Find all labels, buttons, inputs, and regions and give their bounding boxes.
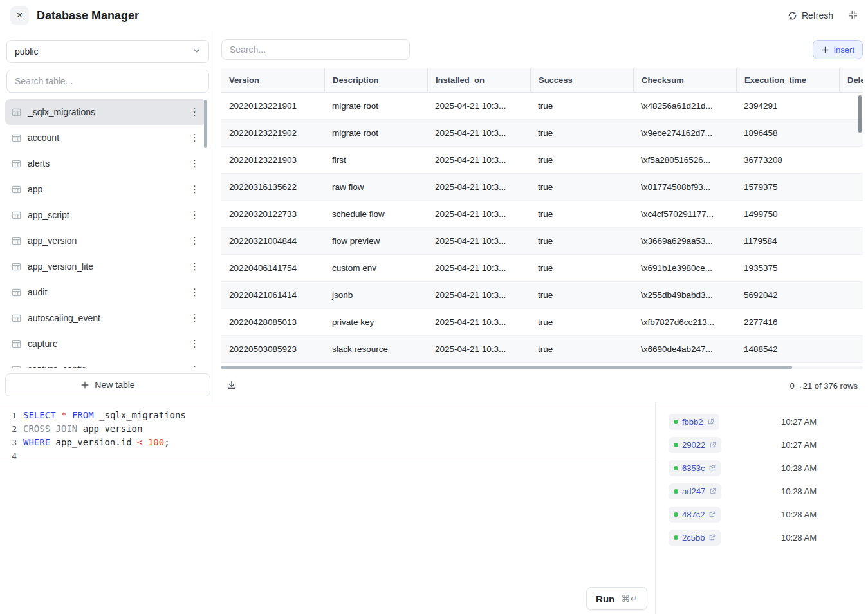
sidebar-item-autoscaling_event[interactable]: autoscaling_event⋮ <box>5 305 207 331</box>
status-dot-icon <box>674 489 678 494</box>
code-line <box>23 449 655 463</box>
column-header[interactable]: Dele <box>839 68 863 92</box>
kebab-menu-icon[interactable]: ⋮ <box>187 183 203 195</box>
sidebar-scrollbar[interactable] <box>204 100 207 148</box>
status-dot-icon <box>674 443 678 447</box>
kebab-menu-icon[interactable]: ⋮ <box>187 158 203 169</box>
runs-list: fbbb210:27 AM2902210:27 AM6353c10:28 AMa… <box>656 410 868 549</box>
external-link-icon[interactable] <box>709 442 716 449</box>
sidebar-item-app[interactable]: app⋮ <box>5 176 207 202</box>
sql-token: * <box>61 410 72 420</box>
run-button[interactable]: Run ⌘↵ <box>586 587 647 610</box>
run-id: 2c5bb <box>682 533 705 543</box>
table-row[interactable]: 20220316135622raw flow2025-04-21 10:3...… <box>221 174 863 201</box>
table-cell: \x48256a61d21d... <box>633 93 736 119</box>
table-cell: 1896458 <box>736 120 839 146</box>
kebab-menu-icon[interactable]: ⋮ <box>187 132 203 144</box>
kebab-menu-icon[interactable]: ⋮ <box>187 338 203 349</box>
table-cell: slack resource <box>324 336 427 362</box>
insert-button[interactable]: Insert <box>813 40 863 59</box>
table-row[interactable]: 20220421061414jsonb2025-04-21 10:3...tru… <box>221 282 863 309</box>
table-row[interactable]: 20220428085013private key2025-04-21 10:3… <box>221 309 863 336</box>
kebab-menu-icon[interactable]: ⋮ <box>187 261 203 272</box>
run-list-item: 2902210:27 AM <box>656 433 868 456</box>
sql-token: ; <box>164 437 169 447</box>
column-header[interactable]: Installed_on <box>427 68 530 92</box>
kebab-menu-icon[interactable]: ⋮ <box>187 235 203 247</box>
external-link-icon[interactable] <box>709 488 716 495</box>
column-header[interactable]: Description <box>324 68 427 92</box>
column-header[interactable]: Checksum <box>633 68 736 92</box>
run-time: 10:28 AM <box>781 533 817 543</box>
run-badge[interactable]: 6353c <box>669 460 721 476</box>
sidebar-item-_sqlx_migrations[interactable]: _sqlx_migrations⋮ <box>5 99 207 125</box>
sql-editor[interactable]: 1234 SELECT * FROM _sqlx_migrationsCROSS… <box>0 402 655 614</box>
table-row[interactable]: 20220503085923slack resource2025-04-21 1… <box>221 336 863 363</box>
table-name-label: autoscaling_event <box>28 313 100 323</box>
fullscreen-button[interactable] <box>849 10 858 21</box>
run-badge[interactable]: ad247 <box>669 483 721 499</box>
table-name-label: account <box>28 133 59 143</box>
sidebar-item-app_version_lite[interactable]: app_version_lite⋮ <box>5 254 207 279</box>
page-title: Database Manager <box>37 9 139 23</box>
external-link-icon[interactable] <box>708 511 716 518</box>
new-table-button[interactable]: New table <box>5 373 210 396</box>
horizontal-scrollbar[interactable] <box>221 366 863 369</box>
kebab-menu-icon[interactable]: ⋮ <box>187 106 203 118</box>
line-number: 3 <box>0 436 17 449</box>
run-badge[interactable]: 2c5bb <box>669 530 721 546</box>
grid-footer: 0→21 of 376 rows <box>221 369 863 402</box>
sidebar-item-app_version[interactable]: app_version⋮ <box>5 228 207 254</box>
editor-code: SELECT * FROM _sqlx_migrationsCROSS JOIN… <box>17 409 655 463</box>
sidebar-item-audit[interactable]: audit⋮ <box>5 279 207 305</box>
table-icon <box>12 365 21 369</box>
run-id: ad247 <box>682 487 705 496</box>
schema-select[interactable]: public <box>6 40 209 63</box>
table-icon <box>12 185 21 194</box>
column-header[interactable]: Execution_time <box>736 68 839 92</box>
table-icon <box>12 210 21 220</box>
run-time: 10:28 AM <box>781 510 817 519</box>
column-header[interactable]: Version <box>221 68 324 92</box>
run-badge[interactable]: 487c2 <box>669 507 721 523</box>
table-row[interactable]: 20220123221903first2025-04-21 10:3...tru… <box>221 147 863 174</box>
external-link-icon[interactable] <box>708 465 716 472</box>
table-cell: 1179584 <box>736 228 839 254</box>
sidebar-item-app_script[interactable]: app_script⋮ <box>5 202 207 228</box>
external-link-icon[interactable] <box>707 418 714 425</box>
table-name-label: app_script <box>28 210 69 220</box>
download-button[interactable] <box>226 380 237 392</box>
close-button[interactable]: × <box>10 6 29 25</box>
vertical-scrollbar-thumb[interactable] <box>858 95 862 133</box>
table-row[interactable]: 20220123221902migrate root2025-04-21 10:… <box>221 120 863 147</box>
schema-select-value: public <box>15 46 39 57</box>
sidebar-item-alerts[interactable]: alerts⋮ <box>5 151 207 176</box>
kebab-menu-icon[interactable]: ⋮ <box>187 364 203 368</box>
run-time: 10:28 AM <box>781 463 817 473</box>
status-dot-icon <box>674 466 678 470</box>
horizontal-scrollbar-thumb[interactable] <box>221 366 792 369</box>
table-search-input[interactable] <box>6 70 209 93</box>
table-row[interactable]: 20220320122733schedule flow2025-04-21 10… <box>221 201 863 228</box>
run-badge[interactable]: fbbb2 <box>669 414 719 430</box>
table-row[interactable]: 20220123221901migrate root2025-04-21 10:… <box>221 93 863 120</box>
table-cell: 20220321004844 <box>221 228 324 254</box>
table-cell: true <box>530 282 633 308</box>
run-badge[interactable]: 29022 <box>669 437 721 453</box>
sidebar-item-account[interactable]: account⋮ <box>5 125 207 151</box>
sidebar-item-capture_config[interactable]: capture_config⋮ <box>5 357 207 368</box>
kebab-menu-icon[interactable]: ⋮ <box>187 286 203 298</box>
kebab-menu-icon[interactable]: ⋮ <box>187 312 203 324</box>
sidebar-item-capture[interactable]: capture⋮ <box>5 331 207 357</box>
column-header[interactable]: Success <box>530 68 633 92</box>
refresh-button[interactable]: Refresh <box>788 10 833 21</box>
grid-toolbar: Insert <box>221 31 863 68</box>
table-cell: true <box>530 120 633 146</box>
table-cell: 2025-04-21 10:3... <box>427 174 530 200</box>
search-input[interactable] <box>221 39 410 60</box>
kebab-menu-icon[interactable]: ⋮ <box>187 209 203 221</box>
table-cell: true <box>530 147 633 173</box>
table-row[interactable]: 20220321004844flow preview2025-04-21 10:… <box>221 228 863 255</box>
table-row[interactable]: 20220406141754custom env2025-04-21 10:3.… <box>221 255 863 282</box>
external-link-icon[interactable] <box>708 534 716 541</box>
